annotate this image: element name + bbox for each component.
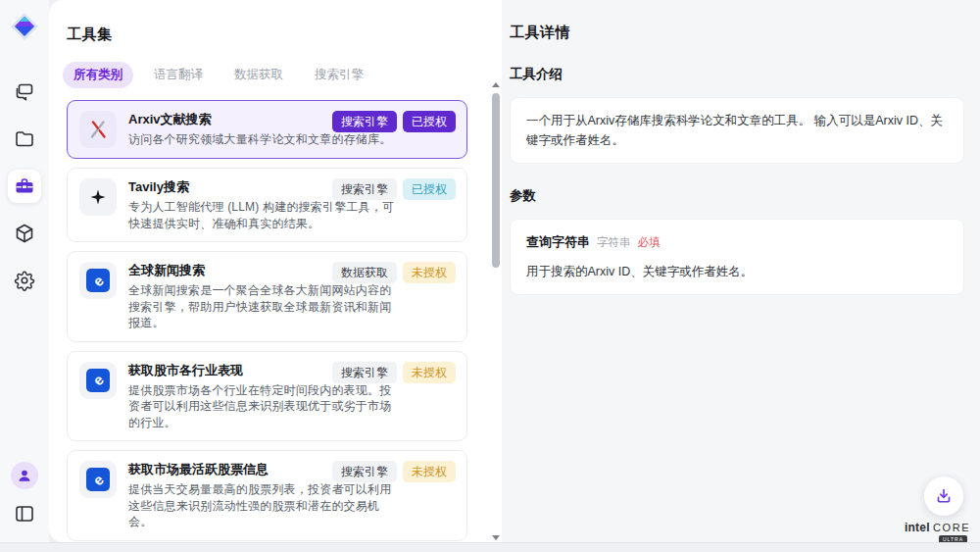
core-brand-text: CORE: [933, 522, 970, 533]
sidebar-item-models[interactable]: [8, 217, 41, 250]
param-type: 字符串: [597, 233, 631, 251]
arxiv-logo-icon: [87, 119, 109, 140]
tool-card[interactable]: e 获取市场最活跃股票信息 提供当天交易量最高的股票列表，投资者可以利用这些信息…: [67, 450, 467, 541]
sidebar-item-tools[interactable]: [8, 170, 41, 203]
intro-text-box: 一个用于从Arxiv存储库搜索科学论文和文章的工具。 输入可以是Arxiv ID…: [510, 97, 964, 164]
param-name: 查询字符串: [526, 232, 590, 253]
category-tabs: 所有类别语言翻译数据获取搜索引擎: [63, 62, 502, 88]
news-service-logo-icon: e: [86, 369, 110, 392]
scrollbar-down-arrow-icon[interactable]: [492, 535, 500, 540]
tool-icon: e: [79, 461, 117, 498]
left-rail: [0, 0, 49, 542]
tool-description: 访问各个研究领域大量科学论文和文章的存储库。: [128, 131, 391, 148]
gear-icon: [13, 269, 36, 292]
auth-status-badge: 已授权: [403, 178, 456, 200]
tool-icon: e: [79, 262, 117, 299]
tool-card[interactable]: e 全球新闻搜索 全球新闻搜索是一个聚合全球各大新闻网站内容的搜索引擎，帮助用户…: [67, 251, 467, 342]
tool-icon: [79, 111, 117, 148]
sidebar-item-files[interactable]: [8, 123, 41, 156]
spark-star-icon: [88, 187, 108, 207]
sidebar-item-settings[interactable]: [8, 264, 41, 297]
news-service-logo-icon: e: [86, 468, 110, 491]
scrollbar-up-arrow-icon[interactable]: [492, 82, 500, 87]
download-icon: [933, 485, 955, 507]
category-badge: 搜索引擎: [332, 178, 397, 200]
tool-description: 提供当天交易量最高的股票列表，投资者可以利用这些信息来识别流动性强的股票和潜在的…: [128, 481, 401, 530]
list-scrollbar[interactable]: [491, 82, 501, 540]
chat-icon: [13, 80, 36, 104]
user-avatar[interactable]: [11, 462, 38, 489]
param-box: 查询字符串 字符串 必填 用于搜索的Arxiv ID、关键字或作者姓名。: [510, 219, 964, 295]
tool-icon: e: [79, 362, 117, 399]
tool-description: 提供股票市场各个行业在特定时间段内的表现。投资者可以利用这些信息来识别表现优于或…: [128, 382, 401, 431]
auth-status-badge: 未授权: [403, 262, 456, 283]
app-logo-icon: [9, 11, 40, 42]
intro-heading: 工具介绍: [510, 66, 972, 83]
tool-card[interactable]: e 获取股市各行业表现 提供股票市场各个行业在特定时间段内的表现。投资者可以利用…: [67, 351, 467, 442]
category-badge: 数据获取: [332, 262, 397, 283]
cube-icon: [13, 222, 36, 245]
auth-status-badge: 未授权: [403, 362, 456, 383]
category-badge: 搜索引擎: [332, 362, 397, 383]
category-tab-0[interactable]: 所有类别: [63, 62, 133, 88]
tool-card[interactable]: Arxiv文献搜索 访问各个研究领域大量科学论文和文章的存储库。 搜索引擎 已授…: [67, 100, 467, 159]
details-title: 工具详情: [510, 24, 972, 42]
intel-core-logo: intel CORE ULTRA: [905, 521, 969, 543]
params-heading: 参数: [510, 187, 972, 205]
tool-details-panel: 工具详情 工具介绍 一个用于从Arxiv存储库搜索科学论文和文章的工具。 输入可…: [502, 0, 980, 542]
category-badge: 搜索引擎: [332, 111, 397, 132]
user-avatar-icon: [15, 466, 34, 485]
collapse-sidebar-button[interactable]: [8, 497, 41, 530]
tool-icon: [79, 178, 117, 216]
param-required-flag: 必填: [638, 233, 661, 251]
intel-brand-text: intel: [905, 521, 930, 534]
category-badge: 搜索引擎: [332, 461, 397, 482]
category-tab-1[interactable]: 语言翻译: [143, 62, 214, 88]
category-tab-3[interactable]: 搜索引擎: [304, 62, 374, 88]
auth-status-badge: 已授权: [403, 111, 456, 132]
panel-toggle-icon: [13, 502, 36, 526]
scrollbar-thumb[interactable]: [492, 93, 500, 268]
tool-list: Arxiv文献搜索 访问各个研究领域大量科学论文和文章的存储库。 搜索引擎 已授…: [67, 100, 467, 542]
bottom-strip: [0, 542, 980, 552]
news-service-logo-icon: e: [86, 269, 110, 292]
toolset-panel: 工具集 所有类别语言翻译数据获取搜索引擎 Arxiv文献搜索 访问各个研究领域大…: [49, 0, 502, 542]
auth-status-badge: 未授权: [403, 461, 456, 482]
sidebar-item-chat[interactable]: [8, 75, 41, 109]
category-tab-2[interactable]: 数据获取: [223, 62, 294, 88]
page-title: 工具集: [67, 25, 502, 44]
download-button[interactable]: [924, 477, 963, 516]
tool-card[interactable]: Tavily搜索 专为人工智能代理 (LLM) 构建的搜索引擎工具，可快速提供实…: [67, 168, 467, 242]
param-description: 用于搜索的Arxiv ID、关键字或作者姓名。: [526, 262, 948, 281]
tool-description: 全球新闻搜索是一个聚合全球各大新闻网站内容的搜索引擎，帮助用户快速获取全球最新资…: [128, 282, 401, 331]
toolbox-icon: [13, 175, 36, 198]
tool-description: 专为人工智能代理 (LLM) 构建的搜索引擎工具，可快速提供实时、准确和真实的结…: [128, 199, 401, 231]
folder-icon: [13, 127, 36, 151]
